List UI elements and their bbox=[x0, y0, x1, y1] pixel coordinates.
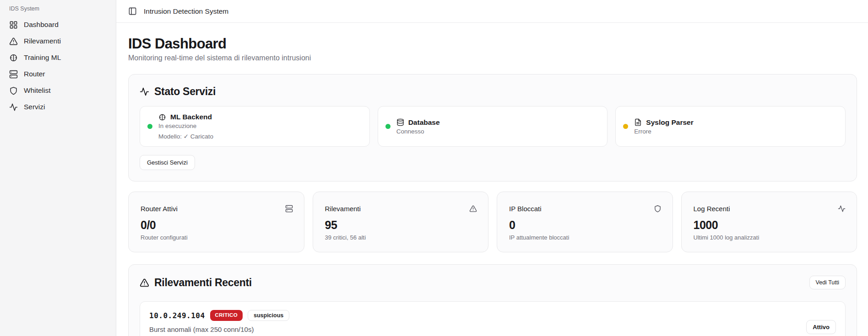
services-grid: ML Backend In esecuzione Modello: ✓ Cari… bbox=[140, 106, 846, 147]
sidebar-item-rilevamenti[interactable]: Rilevamenti bbox=[6, 33, 109, 49]
active-status-badge: Attivo bbox=[806, 320, 836, 334]
stat-description: 39 critici, 56 alti bbox=[325, 234, 477, 241]
database-icon bbox=[396, 118, 404, 126]
stat-title: Log Recenti bbox=[694, 205, 845, 213]
stat-value: 0 bbox=[509, 219, 661, 232]
service-card-syslog-parser: Syslog Parser Errore bbox=[615, 106, 846, 147]
stat-title: Router Attivi bbox=[141, 205, 292, 213]
stat-value: 0/0 bbox=[141, 219, 292, 232]
alert-triangle-icon bbox=[469, 205, 477, 213]
brain-icon bbox=[9, 53, 18, 62]
detection-description: Burst anomali (max 250 conn/10s) bbox=[149, 325, 289, 333]
sidebar-item-label: Rilevamenti bbox=[24, 37, 61, 45]
stat-description: Ultimi 1000 log analizzati bbox=[694, 234, 845, 241]
stat-card-rilevamenti: Rilevamenti 95 39 critici, 56 alti bbox=[313, 192, 489, 252]
service-status: Errore bbox=[634, 128, 693, 135]
sidebar-item-dashboard[interactable]: Dashboard bbox=[6, 16, 109, 33]
detections-panel-header: Rilevamenti Recenti Vedi Tutti bbox=[140, 276, 846, 289]
sidebar-item-label: Router bbox=[24, 70, 45, 78]
dashboard-grid-icon bbox=[9, 21, 18, 29]
services-status-panel: Stato Servizi ML Backend In esecuzione M… bbox=[128, 74, 857, 181]
services-panel-header: Stato Servizi bbox=[140, 85, 846, 98]
main-area: Intrusion Detection System IDS Dashboard… bbox=[116, 0, 868, 336]
activity-icon bbox=[9, 103, 18, 112]
alert-triangle-icon bbox=[9, 37, 18, 46]
sidebar-item-label: Dashboard bbox=[24, 21, 59, 29]
service-info: Database Connesso bbox=[396, 118, 440, 135]
panel-left-icon[interactable] bbox=[128, 7, 137, 16]
sidebar-item-whitelist[interactable]: Whitelist bbox=[6, 82, 109, 99]
activity-icon bbox=[140, 87, 149, 96]
stat-description: Router configurati bbox=[141, 234, 292, 241]
detection-info: 10.0.249.104 CRITICO suspicious Burst an… bbox=[149, 310, 289, 336]
status-dot-green bbox=[147, 124, 152, 129]
service-name: ML Backend bbox=[170, 113, 212, 121]
sidebar-app-label: IDS System bbox=[6, 5, 109, 16]
detection-list-item[interactable]: 10.0.249.104 CRITICO suspicious Burst an… bbox=[140, 301, 846, 336]
page-title: IDS Dashboard bbox=[128, 35, 857, 52]
service-name: Syslog Parser bbox=[646, 118, 693, 127]
stats-grid: Router Attivi 0/0 Router configurati Ril… bbox=[128, 192, 857, 252]
stat-value: 1000 bbox=[694, 219, 845, 232]
topbar-title: Intrusion Detection System bbox=[144, 7, 228, 16]
stat-title: IP Bloccati bbox=[509, 205, 661, 213]
page-subtitle: Monitoring real-time del sistema di rile… bbox=[128, 54, 857, 62]
page-content: IDS Dashboard Monitoring real-time del s… bbox=[116, 23, 868, 336]
sidebar-item-training-ml[interactable]: Training ML bbox=[6, 49, 109, 66]
sidebar-item-label: Whitelist bbox=[24, 86, 51, 95]
topbar: Intrusion Detection System bbox=[116, 0, 868, 23]
shield-icon bbox=[654, 205, 662, 213]
file-text-icon bbox=[634, 118, 642, 126]
service-detail: Modello: ✓ Caricato bbox=[158, 133, 213, 140]
detection-ip: 10.0.249.104 bbox=[149, 311, 205, 320]
detections-panel-title: Rilevamenti Recenti bbox=[154, 277, 252, 289]
service-card-ml-backend: ML Backend In esecuzione Modello: ✓ Cari… bbox=[140, 106, 370, 147]
sidebar-item-label: Training ML bbox=[24, 53, 61, 62]
stat-card-router-attivi: Router Attivi 0/0 Router configurati bbox=[128, 192, 304, 252]
sidebar: IDS System Dashboard Rilevamenti Trainin… bbox=[0, 0, 116, 336]
status-dot-green bbox=[385, 124, 391, 129]
service-name: Database bbox=[408, 118, 440, 127]
sidebar-item-router[interactable]: Router bbox=[6, 66, 109, 82]
activity-icon bbox=[838, 205, 846, 213]
stat-card-ip-bloccati: IP Bloccati 0 IP attualmente bloccati bbox=[497, 192, 673, 252]
stat-value: 95 bbox=[325, 219, 477, 232]
server-icon bbox=[285, 205, 293, 213]
sidebar-nav: Dashboard Rilevamenti Training ML Router… bbox=[6, 16, 109, 115]
severity-badge: CRITICO bbox=[210, 310, 243, 321]
recent-detections-panel: Rilevamenti Recenti Vedi Tutti 10.0.249.… bbox=[128, 264, 857, 336]
manage-services-button[interactable]: Gestisci Servizi bbox=[140, 155, 195, 170]
stat-description: IP attualmente bloccati bbox=[509, 234, 661, 241]
view-all-button[interactable]: Vedi Tutti bbox=[809, 276, 846, 289]
service-status: In esecuzione bbox=[158, 123, 213, 129]
category-badge: suspicious bbox=[248, 310, 289, 321]
alert-triangle-icon bbox=[140, 278, 149, 288]
services-panel-title: Stato Servizi bbox=[154, 85, 216, 98]
service-status: Connesso bbox=[396, 128, 440, 135]
server-icon bbox=[9, 70, 18, 79]
status-dot-yellow bbox=[623, 124, 628, 129]
stat-card-log-recenti: Log Recenti 1000 Ultimi 1000 log analizz… bbox=[681, 192, 857, 252]
sidebar-item-servizi[interactable]: Servizi bbox=[6, 99, 109, 115]
brain-icon bbox=[158, 113, 166, 121]
service-info: ML Backend In esecuzione Modello: ✓ Cari… bbox=[158, 113, 213, 140]
service-info: Syslog Parser Errore bbox=[634, 118, 693, 135]
service-card-database: Database Connesso bbox=[378, 106, 608, 147]
sidebar-item-label: Servizi bbox=[24, 103, 45, 111]
shield-icon bbox=[9, 86, 18, 95]
stat-title: Rilevamenti bbox=[325, 205, 477, 213]
